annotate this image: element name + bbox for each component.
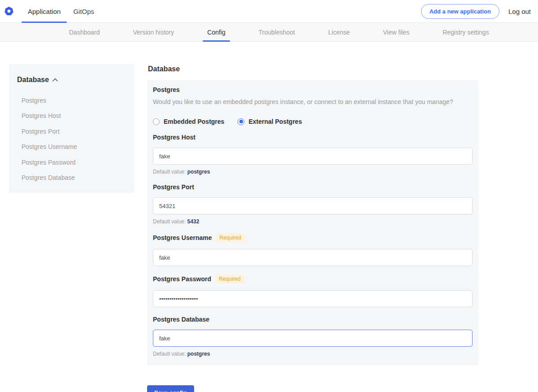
subnav-item-troubleshoot[interactable]: Troubleshoot bbox=[256, 23, 298, 41]
tab-application-label: Application bbox=[28, 8, 61, 15]
config-sidebar: Database Postgres Postgres Host Postgres… bbox=[9, 64, 134, 193]
app-subnav: Dashboard Version history Config Trouble… bbox=[0, 23, 538, 42]
sidebar-item-postgres-port[interactable]: Postgres Port bbox=[22, 124, 126, 139]
subnav-label: License bbox=[328, 29, 350, 36]
postgres-password-input[interactable] bbox=[153, 290, 473, 307]
tab-gitops[interactable]: GitOps bbox=[67, 0, 100, 22]
postgres-type-radio-group: Embedded Postgres External Postgres bbox=[153, 118, 473, 125]
page-title: Database bbox=[148, 65, 478, 73]
logout-link[interactable]: Log out bbox=[508, 8, 531, 15]
radio-external-postgres[interactable]: External Postgres bbox=[238, 118, 302, 125]
config-page: Database Postgres Postgres Host Postgres… bbox=[0, 64, 538, 392]
subnav-label: Config bbox=[207, 29, 225, 36]
tab-gitops-label: GitOps bbox=[73, 8, 94, 15]
default-value-line: Default value: postgres bbox=[153, 351, 473, 357]
top-tabs: Application GitOps bbox=[22, 0, 100, 22]
radio-circle-icon bbox=[153, 118, 160, 125]
postgres-database-input[interactable] bbox=[153, 330, 473, 347]
config-item-postgres-host: Postgres Host Default value: postgres bbox=[153, 134, 473, 175]
field-label: Postgres Host bbox=[153, 134, 195, 141]
config-group-card: Postgres Would you like to use an embedd… bbox=[147, 80, 478, 365]
sidebar-item-postgres[interactable]: Postgres bbox=[22, 93, 126, 109]
postgres-username-input[interactable] bbox=[153, 249, 473, 266]
logo-heptagon-icon bbox=[4, 7, 13, 16]
radio-label: External Postgres bbox=[248, 118, 302, 125]
default-value-label: Default value: bbox=[153, 169, 186, 175]
save-config-button[interactable]: Save config bbox=[147, 385, 194, 392]
subnav-item-view-files[interactable]: View files bbox=[380, 23, 412, 41]
radio-label: Embedded Postgres bbox=[164, 118, 224, 125]
subnav-label: Troubleshoot bbox=[259, 29, 295, 36]
default-value: 5432 bbox=[187, 218, 200, 225]
config-item-postgres-username: Postgres Username Required bbox=[153, 233, 473, 266]
config-item-postgres-database: Postgres Database Default value: postgre… bbox=[153, 316, 473, 357]
config-item-postgres-port: Postgres Port Default value: 5432 bbox=[153, 183, 473, 225]
add-application-button[interactable]: Add a new application bbox=[421, 4, 499, 19]
radio-embedded-postgres[interactable]: Embedded Postgres bbox=[153, 118, 224, 125]
topbar-actions: Add a new application Log out bbox=[421, 4, 538, 19]
field-label: Postgres Username bbox=[153, 234, 212, 241]
default-value-label: Default value: bbox=[153, 218, 186, 225]
subnav-item-config[interactable]: Config bbox=[204, 23, 228, 41]
config-item-postgres-password: Postgres Password Required bbox=[153, 274, 473, 307]
default-value-label: Default value: bbox=[153, 351, 186, 357]
default-value: postgres bbox=[187, 351, 210, 357]
sidebar-group-label: Database bbox=[17, 76, 49, 84]
field-label: Postgres Database bbox=[153, 316, 209, 323]
subnav-label: View files bbox=[383, 29, 409, 36]
subnav-label: Dashboard bbox=[69, 29, 100, 36]
subnav-item-version-history[interactable]: Version history bbox=[130, 23, 177, 41]
sidebar-item-list: Postgres Postgres Host Postgres Port Pos… bbox=[22, 93, 126, 186]
postgres-port-input[interactable] bbox=[153, 197, 473, 214]
sidebar-item-postgres-host[interactable]: Postgres Host bbox=[22, 109, 126, 124]
sidebar-group-database[interactable]: Database bbox=[17, 76, 126, 84]
field-label: Postgres Port bbox=[153, 183, 194, 191]
field-label-row: Postgres Database bbox=[153, 316, 473, 323]
group-help-text: Would you like to use an embedded postgr… bbox=[153, 97, 473, 106]
field-label-row: Postgres Port bbox=[153, 183, 473, 191]
sidebar-item-postgres-database[interactable]: Postgres Database bbox=[22, 170, 126, 186]
default-value-line: Default value: postgres bbox=[153, 169, 473, 175]
subnav-item-dashboard[interactable]: Dashboard bbox=[66, 23, 103, 41]
app-logo-icon[interactable] bbox=[4, 7, 13, 16]
required-badge: Required bbox=[215, 274, 244, 283]
field-label-row: Postgres Host bbox=[153, 134, 473, 141]
subnav-label: Registry settings bbox=[443, 29, 489, 36]
default-value-line: Default value: 5432 bbox=[153, 218, 473, 225]
default-value: postgres bbox=[187, 169, 210, 175]
sidebar-item-postgres-password[interactable]: Postgres Password bbox=[22, 155, 126, 170]
tab-application[interactable]: Application bbox=[22, 0, 67, 22]
field-label-row: Postgres Password Required bbox=[153, 274, 473, 283]
chevron-up-icon bbox=[52, 78, 58, 82]
group-title: Postgres bbox=[153, 86, 473, 93]
radio-circle-icon bbox=[238, 118, 244, 125]
config-main: Database Postgres Would you like to use … bbox=[147, 64, 478, 392]
field-label-row: Postgres Username Required bbox=[153, 233, 473, 242]
required-badge: Required bbox=[216, 233, 245, 242]
top-navbar: Application GitOps Add a new application… bbox=[0, 0, 538, 23]
postgres-host-input[interactable] bbox=[153, 148, 473, 165]
subnav-label: Version history bbox=[133, 29, 174, 36]
subnav-item-license[interactable]: License bbox=[325, 23, 352, 41]
subnav-item-registry-settings[interactable]: Registry settings bbox=[440, 23, 491, 41]
sidebar-item-postgres-username[interactable]: Postgres Username bbox=[22, 139, 126, 155]
field-label: Postgres Password bbox=[153, 275, 211, 283]
